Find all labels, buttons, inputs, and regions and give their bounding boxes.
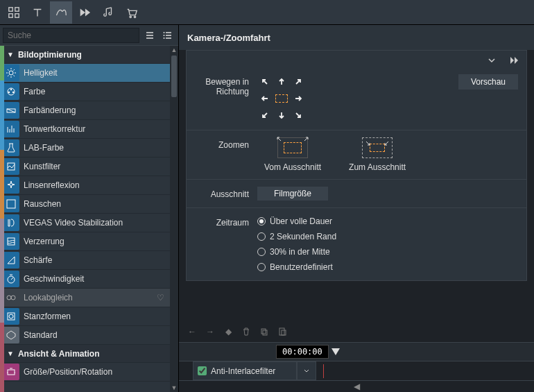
anti-interlace-track[interactable]: Anti-Interlacefilter	[193, 361, 297, 380]
item-label: VEGAS Video Stabilization	[24, 218, 123, 228]
radio-2sec[interactable]: 2 Sekunden Rand	[257, 230, 336, 243]
item-label: LAB-Farbe	[24, 143, 64, 153]
item-lookabgleich[interactable]: Lookabgleich ♡	[0, 289, 170, 307]
item-schaerfe[interactable]: Schärfe	[0, 251, 170, 270]
preview-button[interactable]: Vorschau	[458, 74, 518, 90]
svg-rect-27	[282, 330, 286, 335]
search-input[interactable]	[3, 28, 139, 43]
item-kunstfilter[interactable]: Kunstfilter	[0, 157, 170, 176]
zoom-from-button[interactable]: Vom Ausschnitt	[264, 137, 321, 172]
svg-point-12	[8, 92, 10, 93]
paste-icon[interactable]	[276, 325, 288, 338]
radio-label: 2 Sekunden Rand	[270, 232, 336, 241]
anti-interlace-checkbox[interactable]	[198, 366, 207, 375]
item-label: Standard	[24, 330, 58, 340]
sidebar-scrollbar[interactable]: ▲ ▼	[170, 46, 178, 392]
radio-full-duration[interactable]: Über volle Dauer	[257, 215, 332, 228]
item-verzerrung[interactable]: Verzerrung	[0, 232, 170, 251]
svg-point-7	[164, 35, 165, 36]
item-tonwert[interactable]: Tonwertkorrektur	[0, 120, 170, 139]
scroll-up-icon[interactable]: ▲	[170, 46, 178, 54]
item-label: Farbänderung	[24, 105, 76, 115]
radio-custom[interactable]: Benutzerdefiniert	[257, 261, 333, 273]
item-groesse[interactable]: Größe/Position/Rotation	[0, 363, 170, 382]
copy-icon[interactable]	[258, 325, 270, 338]
item-label: Geschwindigkeit	[24, 274, 84, 284]
move-label: Bewegen in Richtung	[195, 74, 257, 123]
item-label: Linsenreflexion	[24, 180, 80, 190]
arrow-w-icon[interactable]	[257, 91, 273, 106]
radio-label: Benutzerdefiniert	[270, 262, 333, 272]
item-label: Verzerrung	[24, 237, 64, 246]
audio-icon[interactable]	[97, 1, 119, 24]
item-helligkeit[interactable]: Helligkeit	[0, 64, 170, 83]
arrow-s-icon[interactable]	[274, 108, 289, 123]
crop-label: Ausschnitt	[195, 187, 257, 201]
scroll-thumb[interactable]	[171, 56, 177, 97]
skip-icon[interactable]	[508, 55, 519, 66]
scroll-down-icon[interactable]: ▼	[170, 384, 178, 392]
center-box[interactable]	[274, 91, 289, 106]
svg-point-18	[8, 276, 15, 283]
arrow-se-icon[interactable]	[291, 108, 306, 123]
title-icon[interactable]	[26, 1, 49, 24]
zoom-to-button[interactable]: Zum Ausschnitt	[349, 137, 406, 172]
radio-30pct[interactable]: 30% in der Mitte	[257, 246, 330, 258]
list-simple-icon[interactable]	[142, 28, 157, 43]
effects-icon[interactable]	[50, 1, 72, 24]
category-ansicht[interactable]: ▼ Ansicht & Animation	[0, 345, 170, 363]
arrow-sw-icon[interactable]	[257, 108, 273, 123]
playhead-marker[interactable]	[331, 348, 340, 355]
arrow-ne-icon[interactable]	[291, 74, 306, 90]
svg-point-6	[164, 32, 165, 33]
templates-icon[interactable]	[3, 1, 25, 24]
timeline-ruler[interactable]: 00:00:00	[179, 342, 534, 361]
trash-icon[interactable]	[240, 325, 252, 338]
sidebar: ▼ Bildoptimierung Helligkeit Farbe Farbä…	[0, 25, 179, 392]
category-bildoptimierung[interactable]: ▼ Bildoptimierung	[0, 46, 170, 64]
svg-point-19	[7, 296, 11, 300]
svg-rect-0	[9, 7, 12, 10]
expand-icon[interactable]	[486, 55, 497, 66]
item-linsenreflexion[interactable]: Linsenreflexion	[0, 176, 170, 195]
svg-point-22	[9, 314, 13, 318]
filter-label: Anti-Interlacefilter	[211, 366, 275, 376]
list-detail-icon[interactable]	[160, 28, 175, 43]
transitions-icon[interactable]	[74, 1, 96, 24]
svg-rect-1	[15, 7, 19, 10]
item-stanzformen[interactable]: Stanzformen	[0, 307, 170, 326]
panel-title: Kamera-/Zoomfahrt	[187, 33, 270, 43]
effect-list: ▼ Bildoptimierung Helligkeit Farbe Farbä…	[0, 46, 170, 392]
heart-icon[interactable]: ♡	[157, 293, 164, 302]
svg-point-4	[130, 16, 131, 17]
time-display[interactable]: 00:00:00	[276, 345, 329, 359]
zoom-to-label: Zum Ausschnitt	[349, 162, 406, 172]
arrow-e-icon[interactable]	[291, 91, 306, 106]
radio-label: Über volle Dauer	[270, 216, 332, 226]
next-icon[interactable]: →	[204, 325, 216, 338]
item-farbaenderung[interactable]: Farbänderung	[0, 101, 170, 120]
app-root: ▼ Bildoptimierung Helligkeit Farbe Farbä…	[0, 0, 534, 392]
svg-rect-2	[9, 13, 12, 17]
item-farbe[interactable]: Farbe	[0, 83, 170, 101]
item-rauschen[interactable]: Rauschen	[0, 195, 170, 214]
item-lab[interactable]: LAB-Farbe	[0, 139, 170, 157]
timeline-scroll-left[interactable]: ◀	[179, 381, 534, 392]
settings-panel: Bewegen in Richtung	[186, 50, 527, 281]
prev-icon[interactable]: ←	[186, 325, 198, 338]
category-label: Bildoptimierung	[18, 50, 82, 60]
item-standard[interactable]: Standard	[0, 326, 170, 345]
svg-point-11	[10, 89, 12, 90]
keyframe-add-icon[interactable]: ◆	[222, 325, 234, 338]
store-icon[interactable]	[121, 1, 143, 24]
item-geschwindigkeit[interactable]: Geschwindigkeit	[0, 270, 170, 289]
item-label: Rauschen	[24, 199, 61, 209]
filmsize-button[interactable]: Filmgröße	[257, 187, 328, 201]
item-label: Größe/Position/Rotation	[24, 367, 112, 377]
arrow-nw-icon[interactable]	[257, 74, 273, 90]
filter-dropdown[interactable]	[297, 361, 316, 380]
top-toolbar	[0, 0, 534, 25]
item-vegas[interactable]: VEGAS Video Stabilization	[0, 214, 170, 232]
category-label: Ansicht & Animation	[18, 349, 100, 359]
arrow-n-icon[interactable]	[274, 74, 289, 90]
